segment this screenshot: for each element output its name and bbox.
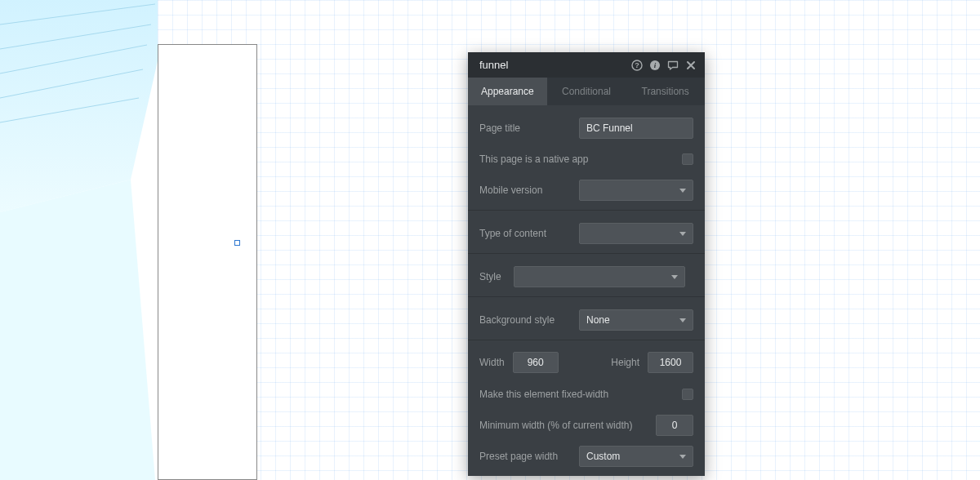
help-icon[interactable]: ? (631, 60, 643, 71)
label-style: Style (479, 271, 514, 282)
label-min-width: Minimum width (% of current width) (479, 420, 656, 431)
svg-marker-8 (0, 180, 155, 480)
panel-header[interactable]: funnel ? i (468, 52, 705, 78)
section-background: Background style None (468, 297, 705, 340)
label-fixed-width: Make this element fixed-width (479, 389, 682, 400)
tab-transitions[interactable]: Transitions (626, 78, 705, 105)
page-title-input[interactable] (579, 118, 693, 139)
label-page-title: Page title (479, 122, 579, 134)
background-style-value: None (586, 314, 610, 326)
tab-appearance[interactable]: Appearance (468, 78, 547, 105)
page-element[interactable] (158, 44, 257, 480)
svg-text:?: ? (635, 61, 639, 69)
close-icon[interactable] (685, 60, 697, 71)
native-app-checkbox[interactable] (682, 153, 693, 165)
tab-conditional[interactable]: Conditional (547, 78, 626, 105)
selection-handle-right[interactable] (234, 240, 240, 246)
label-preset-page-width: Preset page width (479, 451, 579, 462)
label-width: Width (479, 357, 505, 368)
section-dimensions: Width Height Make this element fixed-wid… (468, 340, 705, 476)
label-mobile-version: Mobile version (479, 184, 579, 196)
label-native-app: This page is a native app (479, 153, 682, 165)
section-style: Style (468, 254, 705, 297)
section-page: Page title This page is a native app Mob… (468, 105, 705, 211)
mobile-version-dropdown[interactable] (579, 180, 693, 201)
width-input[interactable] (513, 352, 559, 373)
property-panel: funnel ? i Appearance Conditional Transi… (468, 52, 705, 476)
fixed-width-checkbox[interactable] (682, 389, 693, 400)
label-height: Height (611, 357, 639, 368)
background-style-dropdown[interactable]: None (579, 309, 693, 331)
panel-tabs: Appearance Conditional Transitions (468, 78, 705, 105)
label-background-style: Background style (479, 314, 579, 326)
info-icon[interactable]: i (649, 60, 661, 71)
height-input[interactable] (648, 352, 693, 373)
style-dropdown[interactable] (514, 266, 685, 287)
preset-page-width-dropdown[interactable]: Custom (579, 446, 693, 467)
comment-icon[interactable] (667, 60, 679, 71)
type-of-content-dropdown[interactable] (579, 223, 693, 244)
label-type-of-content: Type of content (479, 228, 579, 239)
svg-marker-2 (0, 0, 172, 212)
min-width-input[interactable] (656, 415, 693, 436)
panel-title: funnel (479, 59, 631, 71)
section-content-type: Type of content (468, 211, 705, 254)
preset-page-width-value: Custom (586, 451, 620, 462)
